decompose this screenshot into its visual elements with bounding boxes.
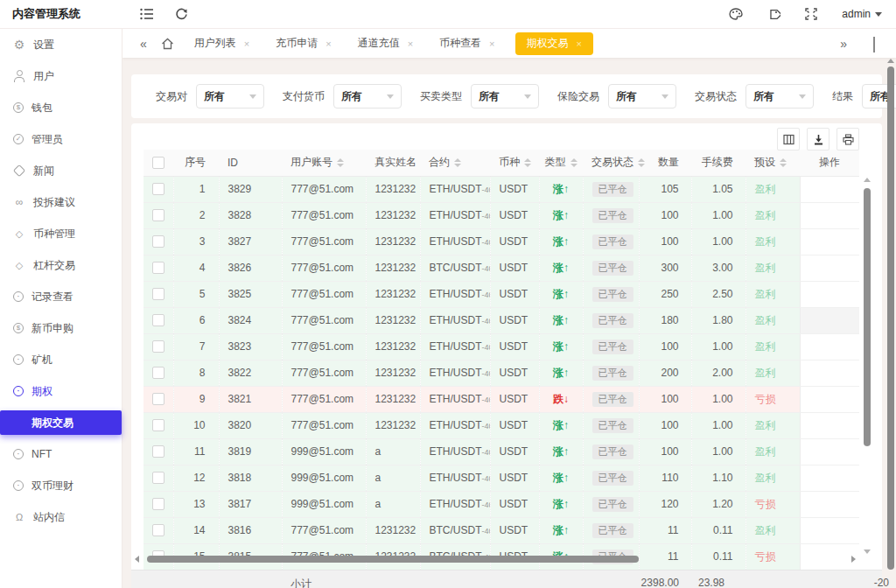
tab-close-icon[interactable]: × [577, 38, 582, 49]
page-scrollbar-thumb[interactable] [887, 66, 894, 570]
row-checkbox[interactable] [152, 524, 164, 536]
user-menu[interactable]: admin [842, 8, 882, 20]
fullscreen-icon[interactable] [805, 8, 817, 20]
column-header[interactable]: 交易状态 [583, 150, 639, 176]
tag-icon[interactable] [767, 8, 780, 21]
select-all-checkbox[interactable] [152, 157, 164, 169]
page-scrollbar[interactable] [887, 58, 895, 588]
column-header[interactable]: 币种 [490, 150, 539, 176]
row-checkbox[interactable] [152, 393, 164, 405]
tabs-scroll-right-icon[interactable]: » [835, 37, 852, 51]
cell-preset: 盈利 [746, 176, 800, 202]
sidebar-item[interactable]: 钱包 [0, 92, 122, 123]
sidebar-item[interactable]: 投拆建议 [0, 186, 122, 218]
column-header[interactable]: 类型 [539, 150, 583, 176]
home-icon[interactable] [161, 38, 174, 50]
filter-select[interactable]: 所有 [746, 84, 814, 108]
cell-seq: 9 [173, 386, 219, 412]
table-vertical-scrollbar-thumb[interactable] [864, 188, 871, 446]
row-checkbox[interactable] [152, 314, 164, 326]
scroll-up-arrow-icon[interactable] [864, 178, 871, 182]
filter-select[interactable]: 所有 [471, 84, 539, 108]
sidebar-item[interactable]: 新币申购 [0, 312, 122, 344]
sidebar-item[interactable]: 管理员 [0, 123, 122, 155]
row-checkbox[interactable] [152, 367, 164, 379]
row-checkbox[interactable] [152, 183, 164, 195]
sidebar-item[interactable]: 双币理财 [0, 470, 122, 501]
tab[interactable]: 用户列表 × [181, 29, 262, 58]
row-checkbox[interactable] [152, 288, 164, 300]
theme-palette-icon[interactable] [729, 8, 743, 20]
sidebar-item[interactable]: 新闻 [0, 155, 122, 186]
scroll-left-arrow-icon[interactable] [135, 556, 139, 563]
cell-fee: 1.00 [691, 386, 746, 412]
select-caret-icon [524, 94, 531, 99]
tab-close-icon[interactable]: × [489, 38, 494, 49]
tabs-menu-icon[interactable] [868, 37, 880, 51]
sidebar-item[interactable]: 杠杆交易 [0, 249, 122, 281]
column-header[interactable]: 真实姓名 [366, 150, 420, 176]
sort-icon[interactable] [780, 158, 787, 167]
sort-icon[interactable] [337, 158, 344, 167]
filter-select[interactable]: 所有 [333, 84, 402, 108]
filter-select[interactable]: 所有 [196, 84, 264, 108]
sidebar-item[interactable]: 矿机 [0, 344, 122, 375]
column-header[interactable]: 预设 [746, 150, 800, 176]
cell-status: 已平仓 [583, 333, 639, 360]
sort-icon[interactable] [454, 158, 461, 167]
cell-id: 3821 [219, 386, 282, 412]
sidebar-item[interactable]: 币种管理 [0, 218, 122, 249]
refresh-icon[interactable] [175, 8, 188, 21]
column-header[interactable]: 数量 [639, 150, 691, 176]
column-header[interactable]: 用户账号 [282, 150, 366, 176]
sidebar-item[interactable]: 期权交易 [0, 410, 122, 435]
sidebar-item[interactable]: 设置 [0, 29, 122, 60]
print-button[interactable] [836, 128, 859, 150]
row-checkbox[interactable] [152, 498, 164, 510]
cell-fee: 1.10 [691, 465, 746, 491]
tab[interactable]: 期权交易 × [515, 32, 593, 55]
scroll-right-arrow-icon[interactable] [851, 556, 856, 563]
page-scroll-up-arrow-icon[interactable] [887, 59, 894, 63]
row-checkbox[interactable] [152, 472, 164, 484]
cell-contract: ETH/USDT-40S [420, 386, 490, 412]
sidebar-item[interactable]: 期权 [0, 375, 122, 407]
export-button[interactable] [807, 128, 830, 150]
sort-icon[interactable] [570, 158, 578, 167]
horizontal-scrollbar[interactable] [135, 554, 856, 564]
horizontal-scrollbar-thumb[interactable] [147, 556, 639, 563]
tab[interactable]: 币种查看 × [426, 29, 508, 58]
row-checkbox[interactable] [152, 209, 164, 221]
tab[interactable]: 通道充值 × [345, 29, 426, 58]
sort-icon[interactable] [638, 158, 645, 167]
column-header[interactable]: 操作 [800, 150, 859, 176]
tab-close-icon[interactable]: × [408, 38, 413, 49]
column-header[interactable]: 序号 [173, 150, 219, 176]
sidebar-item[interactable]: 记录查看 [0, 281, 122, 312]
tab[interactable]: 充币申请 × [262, 29, 344, 58]
cell-seq: 10 [173, 412, 219, 438]
sidebar-item[interactable]: NFT [0, 438, 122, 470]
table-row: 1 3829 777@51.com 1231232 ETH/USDT-40S U… [144, 176, 859, 202]
row-checkbox[interactable] [152, 262, 164, 274]
filter-select[interactable]: 所有 [608, 84, 676, 108]
sidebar-item[interactable]: 站内信 [0, 501, 122, 533]
tab-close-icon[interactable]: × [326, 38, 331, 49]
row-checkbox[interactable] [152, 419, 164, 431]
column-header[interactable]: ID [219, 150, 282, 176]
sort-icon[interactable] [524, 158, 531, 167]
column-header[interactable]: 合约 [420, 150, 490, 176]
tabs-scroll-left-icon[interactable]: « [135, 37, 152, 51]
row-checkbox[interactable] [152, 340, 164, 353]
sidebar-item[interactable]: 用户 [0, 60, 122, 92]
table-vertical-scrollbar[interactable] [862, 178, 872, 554]
column-header[interactable]: 手续费 [691, 150, 746, 176]
row-checkbox[interactable] [152, 445, 164, 458]
scroll-down-arrow-icon[interactable] [864, 550, 871, 554]
tab-label: 币种查看 [439, 36, 481, 51]
sidebar-toggle-icon[interactable] [140, 8, 154, 20]
row-checkbox[interactable] [152, 235, 164, 248]
filter-columns-button[interactable] [777, 128, 800, 150]
tab-close-icon[interactable]: × [244, 38, 249, 49]
cell-account: 777@51.com [282, 176, 366, 202]
